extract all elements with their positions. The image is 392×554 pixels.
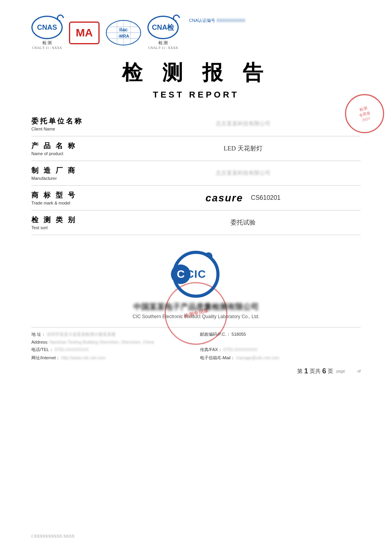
email: 电子信箱/E-Mail： manage@cdc.net.com (200, 355, 361, 361)
test-sort-label: 检 测 类 别 Test sort (31, 215, 118, 230)
brand-name: casure (205, 192, 243, 204)
company-section: 中国某某电子产品质量检测有限公司 CIC Southern Electronic… (132, 302, 260, 319)
model-number: CS610201 (251, 194, 281, 201)
cnas-text: CNAS (37, 24, 57, 32)
tel-value: 0755-XXXXXXXX (54, 347, 89, 352)
total-pages: 6 (322, 367, 326, 375)
trademark-label-cn: 商 标 型 号 (31, 190, 118, 200)
sub-title: TEST REPORT (31, 90, 361, 100)
address-en-label: Address: (31, 340, 48, 344)
page-label-en: page (336, 369, 345, 373)
stamp-circle: 检测专用章2023 (345, 94, 384, 133)
trademark-value: casure CS610201 (118, 192, 361, 204)
email-label: 电子信箱/E-Mail： (200, 355, 235, 360)
test-sort-row: 检 测 类 别 Test sort 委托试验 (31, 210, 361, 235)
cnas-sub1: 检 测 (42, 40, 52, 46)
footer-row-2: 电话/TEL： 0755-XXXXXXXX 传真/FAX： 0755-XXXXX… (31, 347, 361, 353)
website-label: 网址/Internet： (31, 355, 60, 360)
trademark-label-en: Trade mark & model (31, 201, 118, 205)
ma-logo: MA (69, 22, 100, 44)
product-name-row: 产 品 名 称 Name of product LED 天花射灯 (31, 136, 361, 161)
trademark-label: 商 标 型 号 Trade mark & model (31, 190, 118, 205)
cic-c-letter: C (177, 268, 185, 281)
stamp-text: 检测专用章2023 (357, 105, 372, 122)
cnas2-circle: CNA检 (147, 16, 179, 39)
ilac-logo: ilac-MRA (106, 20, 141, 45)
cnas2-text: CNA检 (152, 23, 174, 32)
manufacturer-value: 北京某某科技有限公司 (118, 170, 361, 177)
client-name-row: 委托单位名称 Client Name 北京某某科技有限公司 (31, 112, 361, 136)
manufacturer-label: 制 造 厂 商 Manufacturer (31, 166, 118, 181)
product-label: 产 品 名 称 Name of product (31, 141, 118, 156)
test-sort-label-en: Test sort (31, 225, 118, 230)
footer-row-3: 网址/Internet： http://www.cdc.net.com 电子信箱… (31, 355, 361, 361)
page-of-en: of (358, 369, 361, 373)
tel-label: 电话/TEL： (31, 347, 53, 352)
page-label-cn: 第 (297, 368, 303, 375)
product-label-en: Name of product (31, 151, 118, 156)
cnas2-sub1: 检 测 (158, 40, 168, 46)
client-label-en: Client Name (31, 127, 118, 131)
cnas2-logo: CNA检 检 测 CNAL/T 11 - XXXX (147, 16, 179, 50)
cic-c-wrap: C (171, 264, 191, 284)
website: 网址/Internet： http://www.cdc.net.com (31, 355, 192, 361)
fax-label: 传真/FAX： (200, 347, 222, 352)
info-table: 委托单位名称 Client Name 北京某某科技有限公司 产 品 名 称 Na… (31, 112, 361, 235)
globe-vline (117, 21, 117, 45)
company-cn-name: 中国某某电子产品质量检测有限公司 (132, 302, 260, 312)
cic-logo: C CIC (172, 251, 220, 298)
cic-outer-ring: C CIC (172, 251, 220, 298)
manufacturer-label-cn: 制 造 厂 商 (31, 166, 118, 175)
cnas-sub2: CNAL/T 11 - XXXX (32, 46, 62, 50)
test-sort-label-cn: 检 测 类 别 (31, 215, 118, 224)
official-stamp: 检测专用章2023 (345, 94, 384, 133)
page-of-cn: 页共 (310, 368, 321, 375)
accred-value: XXXXXXXXXX (216, 18, 245, 23)
accred-prefix: CNA认证编号 (189, 18, 215, 23)
postcode-value: 518055 (232, 332, 246, 337)
tel: 电话/TEL： 0755-XXXXXXXX (31, 347, 192, 353)
ma-box: MA (69, 22, 100, 44)
manufacturer-label-en: Manufacturer (31, 176, 118, 181)
manufacturer-row: 制 造 厂 商 Manufacturer 北京某某科技有限公司 (31, 161, 361, 186)
address-cn-value: 深圳市某某大道某某检测大楼某某楼 (47, 332, 116, 337)
cic-arrow-icon (205, 252, 212, 260)
client-label-cn: 委托单位名称 (31, 116, 118, 126)
cnas-circle: CNAS (31, 16, 63, 39)
main-title: 检 测 报 告 (31, 59, 361, 87)
fax: 传真/FAX： 0755-XXXXXXXX (200, 347, 361, 353)
accred-number: CNA认证编号 XXXXXXXXXX (189, 18, 245, 24)
email-value: manage@cdc.net.com (236, 355, 279, 360)
product-label-cn: 产 品 名 称 (31, 141, 118, 150)
cnas2-arrow-icon (171, 13, 181, 23)
cnas2-sub2: CNAL/T 11 - XXXX (148, 46, 178, 50)
cnas-arrow-icon (55, 13, 65, 23)
page-number: 第 1 页共 6 页 page of (31, 367, 361, 375)
test-sort-value: 委托试验 (118, 219, 361, 227)
document-page: CNAS 检 测 CNAL/T 11 - XXXX MA (0, 0, 392, 554)
ilac-globe: ilac-MRA (106, 20, 141, 45)
company-en-name: CIC Southern Electronic Product Quality … (132, 314, 260, 319)
cic-section: C CIC 检测专用章 中国某某电子产品质量检测有限公司 CIC Souther… (31, 251, 361, 319)
fax-value: 0755-XXXXXXXX (223, 347, 258, 352)
globe-vline (123, 21, 124, 45)
bottom-ref-text: CXXXXXXXXXX XXXX (31, 534, 74, 538)
current-page: 1 (304, 367, 308, 375)
client-value: 北京某某科技有限公司 (118, 120, 361, 127)
client-label: 委托单位名称 Client Name (31, 116, 118, 131)
page-total-cn: 页 (328, 368, 333, 375)
globe-vline (130, 21, 131, 45)
header-logos: CNAS 检 测 CNAL/T 11 - XXXX MA (31, 16, 361, 50)
cnas-logo: CNAS 检 测 CNAL/T 11 - XXXX (31, 16, 63, 50)
ma-text: MA (76, 27, 93, 39)
website-value: http://www.cdc.net.com (61, 355, 105, 360)
address-cn-label: 地 址： (31, 332, 45, 337)
product-value: LED 天花射灯 (118, 145, 361, 153)
address-en-value: Nanshan Testing Building Shenzhen, Shenz… (49, 340, 154, 344)
trademark-row: 商 标 型 号 Trade mark & model casure CS6102… (31, 186, 361, 210)
